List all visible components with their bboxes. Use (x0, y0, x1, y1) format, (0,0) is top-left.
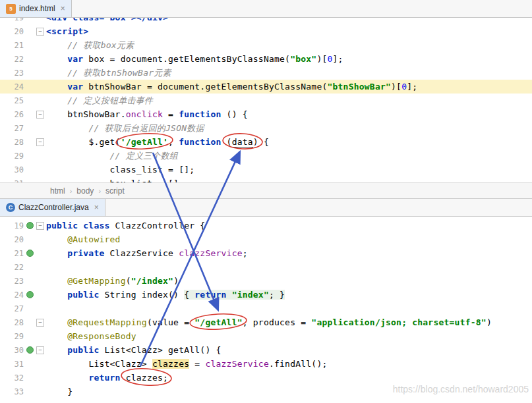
tab-clazzcontroller-java[interactable]: C ClazzController.java × (0, 199, 105, 216)
line-number[interactable]: 30 (0, 165, 24, 175)
line-number[interactable]: 29 (0, 332, 24, 341)
line-number[interactable]: 20 (0, 27, 24, 36)
breadcrumb-item-script[interactable]: script (105, 186, 125, 196)
line-number[interactable]: 28 (0, 318, 24, 327)
fold-slot (35, 52, 45, 66)
line-number[interactable]: 28 (0, 138, 24, 147)
code-text: <div class="box"></div> (46, 18, 168, 22)
code-line-30[interactable]: 30 class_list = []; (0, 163, 532, 176)
line-number[interactable]: 22 (0, 263, 24, 272)
code-line-31[interactable]: 31 box_list = []; (0, 176, 532, 182)
code-text: private ClazzService clazzService; (46, 248, 248, 258)
fold-marker[interactable] (35, 343, 45, 357)
spring-bean-icon[interactable] (24, 219, 35, 232)
gutter-icon-slot (24, 94, 35, 107)
code-line-22[interactable]: 22 (0, 260, 532, 274)
gutter: 23 (0, 274, 46, 288)
gutter: 22 (0, 52, 46, 66)
code-line-21[interactable]: 21 // 获取box元素 (0, 38, 532, 52)
code-line-32[interactable]: 32 return clazzes; (0, 371, 532, 385)
gutter-icon-slot (24, 274, 35, 288)
line-number[interactable]: 29 (0, 151, 24, 161)
fold-marker[interactable] (35, 315, 45, 329)
tab-close-icon[interactable]: × (94, 203, 99, 211)
line-number[interactable]: 32 (0, 373, 24, 383)
spring-bean-icon[interactable] (24, 343, 35, 357)
line-number[interactable]: 23 (0, 277, 24, 286)
line-number[interactable]: 31 (0, 360, 24, 369)
code-line-20[interactable]: 20<script> (0, 24, 532, 38)
line-number[interactable]: 33 (0, 387, 24, 396)
code-text: // 获取后台返回的JSON数据 (46, 122, 204, 134)
line-number[interactable]: 25 (0, 96, 24, 105)
line-number[interactable]: 21 (0, 41, 24, 50)
gutter: 31 (0, 357, 46, 371)
code-line-19[interactable]: 19<div class="box"></div> (0, 18, 532, 24)
code-line-28[interactable]: 28 @RequestMapping(value = "/getAll", pr… (0, 315, 532, 329)
code-line-21[interactable]: 21 private ClazzService clazzService; (0, 246, 532, 260)
fold-slot (35, 357, 45, 371)
line-number[interactable]: 24 (0, 82, 24, 92)
gutter: 32 (0, 371, 46, 385)
fold-slot (35, 163, 45, 176)
code-line-30[interactable]: 30 public List<Clazz> getAll() { (0, 343, 532, 357)
code-line-20[interactable]: 20 @Autowired (0, 232, 532, 246)
fold-marker[interactable] (35, 24, 45, 38)
gutter: 21 (0, 38, 46, 52)
tab-index-html[interactable]: 5 index.html × (0, 0, 72, 17)
fold-slot (35, 80, 45, 94)
bottom-tab-bar: C ClazzController.java × (0, 199, 532, 217)
line-number[interactable]: 23 (0, 68, 24, 78)
breadcrumb-item-html[interactable]: html (50, 186, 65, 196)
code-line-27[interactable]: 27 (0, 302, 532, 315)
gutter: 29 (0, 329, 46, 343)
spring-bean-icon[interactable] (24, 246, 35, 260)
fold-slot (35, 38, 45, 52)
code-line-27[interactable]: 27 // 获取后台返回的JSON数据 (0, 121, 532, 135)
gutter: 22 (0, 260, 46, 274)
gutter: 28 (0, 135, 46, 149)
fold-slot (35, 371, 45, 385)
line-number[interactable]: 27 (0, 124, 24, 133)
code-line-19[interactable]: 19public class ClazzController { (0, 219, 532, 232)
html-editor[interactable]: 19<div class="box"></div>20<script>21 //… (0, 18, 532, 182)
code-line-29[interactable]: 29 // 定义三个数组 (0, 149, 532, 163)
code-line-28[interactable]: 28 $.get('/getAll', function (data) { (0, 135, 532, 149)
fold-marker[interactable] (35, 219, 45, 232)
fold-slot (35, 149, 45, 163)
code-line-23[interactable]: 23 // 获取btnShowBar元素 (0, 66, 532, 80)
line-number[interactable]: 24 (0, 290, 24, 300)
line-number[interactable]: 27 (0, 304, 24, 313)
code-line-23[interactable]: 23 @GetMapping("/index") (0, 274, 532, 288)
gutter: 33 (0, 385, 46, 398)
fold-marker[interactable] (35, 107, 45, 121)
line-number[interactable]: 19 (0, 18, 24, 22)
gutter: 25 (0, 94, 46, 107)
fold-marker[interactable] (35, 135, 45, 149)
gutter-icon-slot (24, 107, 35, 121)
code-line-26[interactable]: 26 btnShowBar.onclick = function () { (0, 107, 532, 121)
line-number[interactable]: 30 (0, 346, 24, 355)
breadcrumb-item-body[interactable]: body (76, 186, 94, 196)
spring-bean-icon[interactable] (24, 288, 35, 302)
fold-slot (35, 246, 45, 260)
code-line-29[interactable]: 29 @ResponseBody (0, 329, 532, 343)
gutter: 20 (0, 24, 46, 38)
tab-close-icon[interactable]: × (61, 5, 65, 13)
line-number[interactable]: 21 (0, 249, 24, 258)
code-line-31[interactable]: 31 List<Clazz> clazzes = clazzService.fi… (0, 357, 532, 371)
code-line-25[interactable]: 25 // 定义按钮单击事件 (0, 94, 532, 107)
line-number[interactable]: 26 (0, 110, 24, 119)
gutter: 29 (0, 149, 46, 163)
code-line-24[interactable]: 24 public String index() { return "index… (0, 288, 532, 302)
line-number[interactable]: 19 (0, 221, 24, 230)
code-text: @ResponseBody (46, 331, 136, 341)
code-text: $.get('/getAll', function (data) { (46, 137, 269, 147)
fold-slot (35, 385, 45, 398)
code-line-24[interactable]: 24 var btnShowBar = document.getElements… (0, 80, 532, 94)
line-number[interactable]: 22 (0, 55, 24, 64)
java-editor[interactable]: 19public class ClazzController {20 @Auto… (0, 217, 532, 403)
line-number[interactable]: 20 (0, 235, 24, 244)
gutter-icon-slot (24, 385, 35, 398)
code-line-22[interactable]: 22 var box = document.getElementsByClass… (0, 52, 532, 66)
